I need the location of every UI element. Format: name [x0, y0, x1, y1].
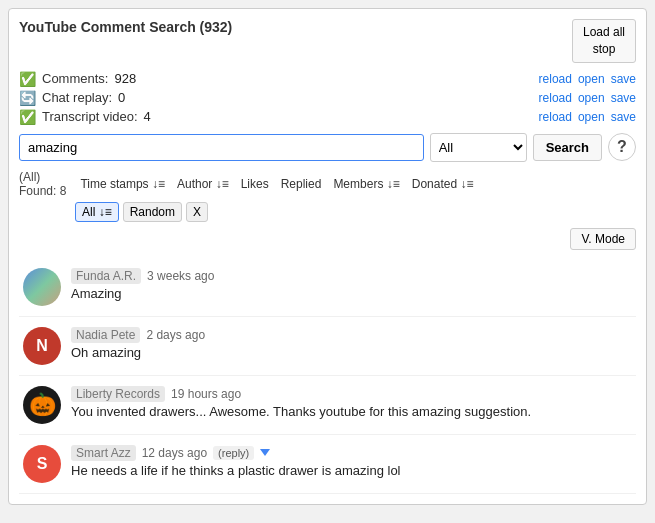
- clear-filter-btn[interactable]: X: [186, 202, 208, 222]
- comments-reload-link[interactable]: reload: [539, 72, 572, 86]
- table-row: N Nadia Pete 2 days ago Oh amazing: [19, 317, 636, 376]
- comment-time: 19 hours ago: [171, 387, 241, 401]
- comment-text: He needs a life if he thinks a plastic d…: [71, 463, 632, 478]
- timestamps-sort-btn[interactable]: Time stamps ↓≡: [76, 175, 169, 193]
- vmode-button[interactable]: V. Mode: [570, 228, 636, 250]
- found-label: Found: 8: [19, 184, 66, 198]
- comment-time: 3 weeks ago: [147, 269, 214, 283]
- comment-meta: Funda A.R. 3 weeks ago: [71, 268, 632, 284]
- chat-open-link[interactable]: open: [578, 91, 605, 105]
- comment-text: Amazing: [71, 286, 632, 301]
- author-sort-btn[interactable]: Author ↓≡: [173, 175, 233, 193]
- search-type-select[interactable]: All Comments Chat replay Transcript: [430, 133, 527, 162]
- transcript-label: Transcript video:: [42, 109, 138, 124]
- comment-author: Smart Azz: [71, 445, 136, 461]
- reply-badge[interactable]: (reply): [213, 446, 254, 460]
- comment-body: Liberty Records 19 hours ago You invente…: [71, 386, 632, 419]
- search-row: All Comments Chat replay Transcript Sear…: [19, 133, 636, 162]
- load-all-label: Load all: [583, 25, 625, 39]
- avatar: N: [23, 327, 61, 365]
- comment-body: Smart Azz 12 days ago (reply) He needs a…: [71, 445, 632, 478]
- comments-label: Comments:: [42, 71, 108, 86]
- avatar: [23, 268, 61, 306]
- transcript-value: 4: [144, 109, 151, 124]
- comments-list: Funda A.R. 3 weeks ago Amazing N Nadia P…: [19, 258, 636, 494]
- replied-sort-btn[interactable]: Replied: [277, 175, 326, 193]
- comments-value: 928: [114, 71, 136, 86]
- help-button[interactable]: ?: [608, 133, 636, 161]
- header-row: YouTube Comment Search (932) Load all st…: [19, 19, 636, 63]
- stats-section: ✅ Comments: 928 reload open save 🔄 Chat …: [19, 71, 636, 125]
- transcript-save-link[interactable]: save: [611, 110, 636, 124]
- members-sort-btn[interactable]: Members ↓≡: [329, 175, 403, 193]
- comment-body: Funda A.R. 3 weeks ago Amazing: [71, 268, 632, 301]
- table-row: Funda A.R. 3 weeks ago Amazing: [19, 258, 636, 317]
- transcript-check-icon: ✅: [19, 109, 36, 125]
- donated-sort-btn[interactable]: Donated ↓≡: [408, 175, 478, 193]
- reply-arrow-icon[interactable]: [260, 449, 270, 456]
- comment-text: Oh amazing: [71, 345, 632, 360]
- random-filter-btn[interactable]: Random: [123, 202, 182, 222]
- comment-time: 2 days ago: [146, 328, 205, 342]
- second-filter-row: All ↓≡ Random X: [75, 202, 636, 222]
- load-all-stop-button[interactable]: Load all stop: [572, 19, 636, 63]
- comment-meta: Nadia Pete 2 days ago: [71, 327, 632, 343]
- chat-reload-link[interactable]: reload: [539, 91, 572, 105]
- all-label: (All): [19, 170, 66, 184]
- comments-save-link[interactable]: save: [611, 72, 636, 86]
- table-row: S Smart Azz 12 days ago (reply) He needs…: [19, 435, 636, 494]
- chat-value: 0: [118, 90, 125, 105]
- stop-label: stop: [593, 42, 616, 56]
- comment-time: 12 days ago: [142, 446, 207, 460]
- comments-open-link[interactable]: open: [578, 72, 605, 86]
- avatar: 🎃: [23, 386, 61, 424]
- search-input[interactable]: [19, 134, 424, 161]
- chat-refresh-icon: 🔄: [19, 90, 36, 106]
- comment-body: Nadia Pete 2 days ago Oh amazing: [71, 327, 632, 360]
- transcript-open-link[interactable]: open: [578, 110, 605, 124]
- title-text: YouTube Comment Search: [19, 19, 196, 35]
- filter-row: (All) Found: 8 Time stamps ↓≡ Author ↓≡ …: [19, 170, 636, 198]
- comment-count: (932): [199, 19, 232, 35]
- vmode-row: V. Mode: [19, 228, 636, 250]
- search-button[interactable]: Search: [533, 134, 602, 161]
- avatar: S: [23, 445, 61, 483]
- comment-meta: Liberty Records 19 hours ago: [71, 386, 632, 402]
- all-filter-btn[interactable]: All ↓≡: [75, 202, 119, 222]
- comment-text: You invented drawers... Awesome. Thanks …: [71, 404, 632, 419]
- app-title: YouTube Comment Search (932): [19, 19, 232, 35]
- chat-label: Chat replay:: [42, 90, 112, 105]
- filter-found-group: (All) Found: 8: [19, 170, 66, 198]
- main-panel: YouTube Comment Search (932) Load all st…: [8, 8, 647, 505]
- comment-author: Nadia Pete: [71, 327, 140, 343]
- comments-check-icon: ✅: [19, 71, 36, 87]
- comment-meta: Smart Azz 12 days ago (reply): [71, 445, 632, 461]
- transcript-reload-link[interactable]: reload: [539, 110, 572, 124]
- table-row: 🎃 Liberty Records 19 hours ago You inven…: [19, 376, 636, 435]
- chat-save-link[interactable]: save: [611, 91, 636, 105]
- comment-author: Liberty Records: [71, 386, 165, 402]
- comment-author: Funda A.R.: [71, 268, 141, 284]
- likes-sort-btn[interactable]: Likes: [237, 175, 273, 193]
